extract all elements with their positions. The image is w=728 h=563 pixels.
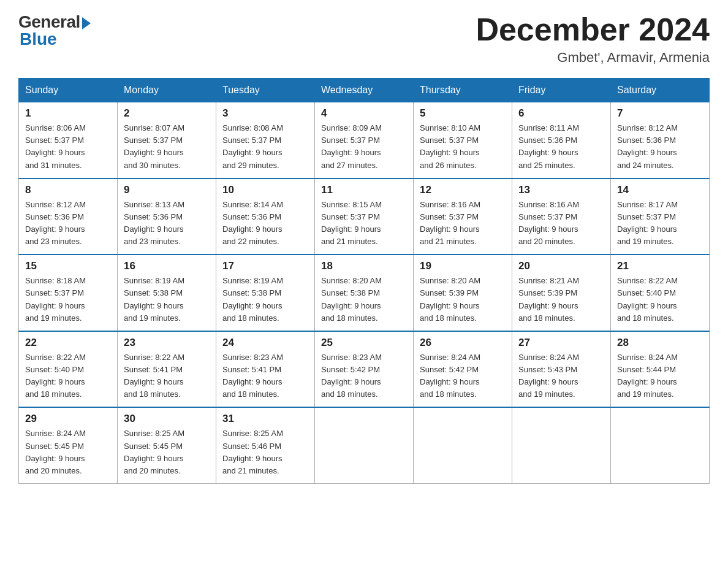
day-info: Sunrise: 8:25 AM Sunset: 5:45 PM Dayligh… xyxy=(124,427,210,477)
day-number: 18 xyxy=(321,260,407,272)
day-info: Sunrise: 8:23 AM Sunset: 5:42 PM Dayligh… xyxy=(321,351,407,401)
week-row-3: 15 Sunrise: 8:18 AM Sunset: 5:37 PM Dayl… xyxy=(19,255,710,331)
day-info: Sunrise: 8:22 AM Sunset: 5:41 PM Dayligh… xyxy=(124,351,210,401)
day-info: Sunrise: 8:06 AM Sunset: 5:37 PM Dayligh… xyxy=(25,122,111,172)
day-info: Sunrise: 8:16 AM Sunset: 5:37 PM Dayligh… xyxy=(420,199,506,248)
calendar-cell xyxy=(611,407,710,483)
day-number: 24 xyxy=(222,337,308,349)
calendar-cell xyxy=(512,407,611,483)
calendar-cell: 24 Sunrise: 8:23 AM Sunset: 5:41 PM Dayl… xyxy=(216,331,315,408)
week-row-4: 22 Sunrise: 8:22 AM Sunset: 5:40 PM Dayl… xyxy=(19,331,710,408)
weekday-header-saturday: Saturday xyxy=(611,79,710,102)
day-info: Sunrise: 8:12 AM Sunset: 5:36 PM Dayligh… xyxy=(25,199,111,248)
calendar-table: SundayMondayTuesdayWednesdayThursdayFrid… xyxy=(18,78,710,484)
calendar-cell: 25 Sunrise: 8:23 AM Sunset: 5:42 PM Dayl… xyxy=(315,331,414,408)
day-info: Sunrise: 8:19 AM Sunset: 5:38 PM Dayligh… xyxy=(124,275,210,324)
calendar-cell: 20 Sunrise: 8:21 AM Sunset: 5:39 PM Dayl… xyxy=(512,255,611,331)
day-number: 29 xyxy=(25,413,111,425)
day-info: Sunrise: 8:09 AM Sunset: 5:37 PM Dayligh… xyxy=(321,122,407,172)
calendar-cell: 19 Sunrise: 8:20 AM Sunset: 5:39 PM Dayl… xyxy=(414,255,512,331)
calendar-cell: 28 Sunrise: 8:24 AM Sunset: 5:44 PM Dayl… xyxy=(611,331,710,408)
day-number: 31 xyxy=(222,413,308,425)
day-info: Sunrise: 8:21 AM Sunset: 5:39 PM Dayligh… xyxy=(518,275,604,324)
day-info: Sunrise: 8:15 AM Sunset: 5:37 PM Dayligh… xyxy=(321,199,407,248)
calendar-cell: 26 Sunrise: 8:24 AM Sunset: 5:42 PM Dayl… xyxy=(414,331,512,408)
day-info: Sunrise: 8:13 AM Sunset: 5:36 PM Dayligh… xyxy=(124,199,210,248)
day-info: Sunrise: 8:19 AM Sunset: 5:38 PM Dayligh… xyxy=(222,275,308,324)
logo: General Blue xyxy=(18,12,91,49)
calendar-cell: 23 Sunrise: 8:22 AM Sunset: 5:41 PM Dayl… xyxy=(118,331,216,408)
day-number: 19 xyxy=(420,260,506,272)
weekday-header-row: SundayMondayTuesdayWednesdayThursdayFrid… xyxy=(19,79,710,102)
day-info: Sunrise: 8:24 AM Sunset: 5:45 PM Dayligh… xyxy=(25,427,111,477)
day-number: 5 xyxy=(420,107,506,120)
calendar-cell: 2 Sunrise: 8:07 AM Sunset: 5:37 PM Dayli… xyxy=(118,102,216,178)
location-subtitle: Gmbet', Armavir, Armenia xyxy=(476,50,710,66)
day-number: 11 xyxy=(321,184,407,196)
day-info: Sunrise: 8:16 AM Sunset: 5:37 PM Dayligh… xyxy=(518,199,604,248)
calendar-cell: 29 Sunrise: 8:24 AM Sunset: 5:45 PM Dayl… xyxy=(19,407,118,483)
day-info: Sunrise: 8:25 AM Sunset: 5:46 PM Dayligh… xyxy=(222,427,308,477)
day-info: Sunrise: 8:07 AM Sunset: 5:37 PM Dayligh… xyxy=(124,122,210,172)
day-number: 21 xyxy=(617,260,703,272)
weekday-header-friday: Friday xyxy=(512,79,611,102)
day-info: Sunrise: 8:17 AM Sunset: 5:37 PM Dayligh… xyxy=(617,199,703,248)
day-info: Sunrise: 8:20 AM Sunset: 5:38 PM Dayligh… xyxy=(321,275,407,324)
day-number: 8 xyxy=(25,184,111,196)
calendar-cell: 7 Sunrise: 8:12 AM Sunset: 5:36 PM Dayli… xyxy=(611,102,710,178)
week-row-5: 29 Sunrise: 8:24 AM Sunset: 5:45 PM Dayl… xyxy=(19,407,710,483)
day-info: Sunrise: 8:14 AM Sunset: 5:36 PM Dayligh… xyxy=(222,199,308,248)
day-number: 23 xyxy=(124,337,210,349)
calendar-cell: 18 Sunrise: 8:20 AM Sunset: 5:38 PM Dayl… xyxy=(315,255,414,331)
month-year-title: December 2024 xyxy=(476,12,710,47)
calendar-cell: 13 Sunrise: 8:16 AM Sunset: 5:37 PM Dayl… xyxy=(512,178,611,255)
day-info: Sunrise: 8:10 AM Sunset: 5:37 PM Dayligh… xyxy=(420,122,506,172)
weekday-header-sunday: Sunday xyxy=(19,79,118,102)
day-info: Sunrise: 8:24 AM Sunset: 5:44 PM Dayligh… xyxy=(617,351,703,401)
week-row-1: 1 Sunrise: 8:06 AM Sunset: 5:37 PM Dayli… xyxy=(19,102,710,178)
weekday-header-tuesday: Tuesday xyxy=(216,79,315,102)
day-info: Sunrise: 8:24 AM Sunset: 5:43 PM Dayligh… xyxy=(518,351,604,401)
day-info: Sunrise: 8:18 AM Sunset: 5:37 PM Dayligh… xyxy=(25,275,111,324)
calendar-cell: 11 Sunrise: 8:15 AM Sunset: 5:37 PM Dayl… xyxy=(315,178,414,255)
weekday-header-wednesday: Wednesday xyxy=(315,79,414,102)
day-number: 20 xyxy=(518,260,604,272)
calendar-cell: 6 Sunrise: 8:11 AM Sunset: 5:36 PM Dayli… xyxy=(512,102,611,178)
day-number: 7 xyxy=(617,107,703,120)
day-number: 4 xyxy=(321,107,407,120)
calendar-cell: 31 Sunrise: 8:25 AM Sunset: 5:46 PM Dayl… xyxy=(216,407,315,483)
day-info: Sunrise: 8:12 AM Sunset: 5:36 PM Dayligh… xyxy=(617,122,703,172)
day-number: 26 xyxy=(420,337,506,349)
day-number: 9 xyxy=(124,184,210,196)
day-number: 6 xyxy=(518,107,604,120)
day-info: Sunrise: 8:20 AM Sunset: 5:39 PM Dayligh… xyxy=(420,275,506,324)
day-number: 15 xyxy=(25,260,111,272)
day-info: Sunrise: 8:22 AM Sunset: 5:40 PM Dayligh… xyxy=(25,351,111,401)
calendar-cell: 14 Sunrise: 8:17 AM Sunset: 5:37 PM Dayl… xyxy=(611,178,710,255)
calendar-cell: 9 Sunrise: 8:13 AM Sunset: 5:36 PM Dayli… xyxy=(118,178,216,255)
week-row-2: 8 Sunrise: 8:12 AM Sunset: 5:36 PM Dayli… xyxy=(19,178,710,255)
calendar-cell xyxy=(414,407,512,483)
day-number: 2 xyxy=(124,107,210,120)
day-info: Sunrise: 8:11 AM Sunset: 5:36 PM Dayligh… xyxy=(518,122,604,172)
weekday-header-monday: Monday xyxy=(118,79,216,102)
calendar-cell: 3 Sunrise: 8:08 AM Sunset: 5:37 PM Dayli… xyxy=(216,102,315,178)
weekday-header-thursday: Thursday xyxy=(414,79,512,102)
calendar-cell: 4 Sunrise: 8:09 AM Sunset: 5:37 PM Dayli… xyxy=(315,102,414,178)
day-number: 3 xyxy=(222,107,308,120)
day-number: 27 xyxy=(518,337,604,349)
day-number: 30 xyxy=(124,413,210,425)
page-header: General Blue December 2024 Gmbet', Armav… xyxy=(18,12,710,66)
calendar-cell: 21 Sunrise: 8:22 AM Sunset: 5:40 PM Dayl… xyxy=(611,255,710,331)
day-number: 17 xyxy=(222,260,308,272)
calendar-cell: 16 Sunrise: 8:19 AM Sunset: 5:38 PM Dayl… xyxy=(118,255,216,331)
day-info: Sunrise: 8:22 AM Sunset: 5:40 PM Dayligh… xyxy=(617,275,703,324)
calendar-cell: 8 Sunrise: 8:12 AM Sunset: 5:36 PM Dayli… xyxy=(19,178,118,255)
calendar-cell: 12 Sunrise: 8:16 AM Sunset: 5:37 PM Dayl… xyxy=(414,178,512,255)
calendar-cell: 30 Sunrise: 8:25 AM Sunset: 5:45 PM Dayl… xyxy=(118,407,216,483)
calendar-cell: 5 Sunrise: 8:10 AM Sunset: 5:37 PM Dayli… xyxy=(414,102,512,178)
day-number: 1 xyxy=(25,107,111,120)
logo-arrow-icon xyxy=(82,17,91,29)
title-section: December 2024 Gmbet', Armavir, Armenia xyxy=(476,12,710,66)
day-info: Sunrise: 8:24 AM Sunset: 5:42 PM Dayligh… xyxy=(420,351,506,401)
